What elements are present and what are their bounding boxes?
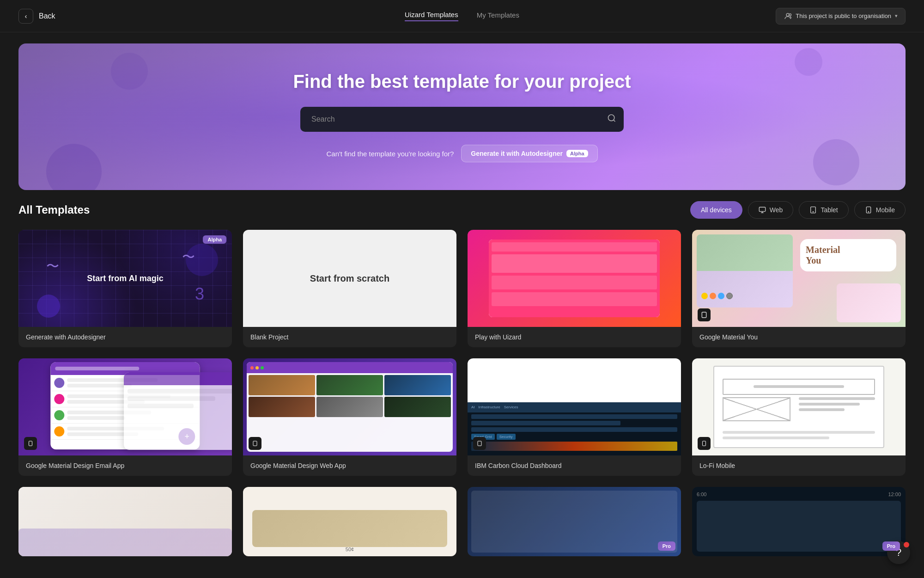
deco-wavy-3: 3 (195, 284, 204, 304)
email-phone-2 (124, 372, 232, 450)
partial-soc-text: 50¢ (243, 542, 456, 556)
svg-point-7 (868, 211, 869, 212)
webapp-topbar (247, 362, 453, 373)
email-avatar-2 (54, 394, 64, 404)
swatch-3 (718, 293, 724, 299)
lofi-header-line (754, 385, 844, 388)
template-card-uizard-play[interactable]: Play with Uizard (468, 230, 681, 347)
chevron-down-icon: ▾ (895, 13, 898, 19)
template-card-ibm-carbon[interactable]: IBM Carbon AI Infrastructure Services Sm… (468, 358, 681, 476)
templates-section: All Templates All devices Web Tablet (0, 201, 924, 575)
partial-time-1: 6:00 (697, 492, 706, 497)
lofi-bottom-lines (723, 431, 875, 439)
filter-all-devices[interactable]: All devices (690, 201, 742, 219)
email-app-thumb: + (18, 358, 232, 455)
search-icon (607, 114, 616, 123)
webapp-dot-yellow (255, 366, 259, 369)
tab-uizard-templates[interactable]: Uizard Templates (405, 11, 458, 21)
svg-point-1 (789, 13, 791, 16)
tablet-icon (809, 206, 817, 214)
template-card-partial-4[interactable]: 6:00 12:00 Pro (692, 487, 906, 556)
template-card-ai-magic[interactable]: 〜 〜 3 Start from AI magic Alpha Generate… (18, 230, 232, 347)
webapp-cell-4 (249, 397, 315, 417)
swatch-dots (726, 293, 733, 299)
webapp-cell-3 (384, 375, 451, 395)
template-card-email-app[interactable]: + Google Material Design E (18, 358, 232, 476)
uizard-play-label: Play with Uizard (468, 327, 681, 347)
webapp-content (247, 373, 453, 419)
svg-rect-8 (702, 312, 706, 318)
web-app-thumb (243, 358, 456, 455)
partial-time-2: 12:00 (888, 492, 901, 497)
ibm-tags: Smart Grid Security (471, 434, 677, 440)
email-line-2 (67, 384, 132, 387)
search-input[interactable] (300, 107, 624, 132)
ai-magic-text: Start from AI magic (87, 274, 163, 283)
ibm-thumb: IBM Carbon AI Infrastructure Services Sm… (468, 358, 681, 455)
partial-deco-2 (252, 510, 447, 547)
lofi-text-2 (799, 403, 860, 406)
template-card-lofi-mobile[interactable]: Lo-Fi Mobile (692, 358, 906, 476)
svg-rect-3 (759, 207, 765, 211)
ibm-nav-ai: AI (471, 405, 475, 409)
email-content-line-3 (128, 404, 194, 408)
lofi-text-1 (799, 397, 875, 400)
webapp-grid (249, 375, 451, 417)
webapp-cell-5 (316, 397, 383, 417)
material-img-1 (697, 234, 793, 271)
template-card-blank[interactable]: Start from scratch Blank Project (243, 230, 456, 347)
ai-magic-thumb: 〜 〜 3 Start from AI magic Alpha (18, 230, 232, 327)
svg-rect-10 (253, 441, 257, 446)
filter-tablet[interactable]: Tablet (799, 201, 848, 219)
email-topbar-2 (124, 372, 232, 385)
help-notification-dot (904, 542, 909, 547)
template-card-partial-2[interactable]: 50¢ (243, 487, 456, 556)
material-you-card: MaterialYou (800, 239, 896, 271)
mobile-device-badge-email (24, 437, 37, 450)
material-you-thumb: MaterialYou (692, 230, 906, 327)
swatch-2 (710, 293, 716, 299)
lofi-text-lines (799, 397, 875, 411)
partial-thumb-4: 6:00 12:00 Pro (692, 487, 906, 556)
filter-web[interactable]: Web (748, 201, 794, 219)
webapp-dot-red (250, 366, 254, 369)
monitor-icon (759, 206, 766, 214)
template-card-web-app[interactable]: Google Material Design Web App (243, 358, 456, 476)
pro-badge-label-2: Pro (887, 543, 895, 549)
filter-mobile[interactable]: Mobile (854, 201, 906, 219)
header: ‹ Back Uizard Templates My Templates Thi… (0, 0, 924, 32)
material-deco-2 (837, 283, 901, 322)
hero-title: Find the best template for your project (37, 71, 887, 92)
ibm-carbon-label: IBM Carbon Cloud Dashboard (468, 455, 681, 476)
email-avatar-1 (54, 378, 64, 388)
ibm-row-1 (471, 414, 677, 419)
ai-magic-label: Generate with Autodesigner (18, 327, 232, 347)
template-card-partial-3[interactable]: Pro (468, 487, 681, 556)
back-button[interactable]: ‹ Back (18, 9, 55, 24)
mock-card-1 (492, 276, 657, 289)
material-swatches (701, 293, 733, 299)
ibm-nav: AI Infrastructure Services (468, 402, 681, 412)
partial-thumb-1 (18, 487, 232, 556)
tab-my-templates[interactable]: My Templates (477, 11, 519, 21)
webapp-cell-2 (316, 375, 383, 395)
lofi-bottom-1 (723, 431, 875, 434)
template-card-material-you[interactable]: MaterialYou (692, 230, 906, 347)
org-visibility-dropdown[interactable]: This project is public to organisation ▾ (776, 8, 906, 25)
deco-wavy-2: 〜 (182, 248, 195, 266)
pro-badge-3: Pro (658, 541, 675, 551)
template-card-partial-1[interactable] (18, 487, 232, 556)
svg-point-2 (608, 115, 614, 121)
autodesigner-button[interactable]: Generate it with Autodesigner Alpha (461, 145, 597, 162)
partial-inner-4 (697, 501, 901, 552)
blank-thumb-text: Start from scratch (310, 273, 389, 284)
lofi-inner (713, 366, 884, 449)
ibm-row-3 (471, 427, 677, 432)
ibm-gradient-bar (471, 442, 677, 451)
webapp-dot-green (261, 366, 264, 369)
webapp-cell-6 (384, 397, 451, 417)
templates-header: All Templates All devices Web Tablet (18, 201, 906, 219)
lofi-bottom-2 (723, 437, 829, 439)
search-button[interactable] (607, 114, 616, 125)
blank-thumb: Start from scratch (243, 230, 456, 327)
